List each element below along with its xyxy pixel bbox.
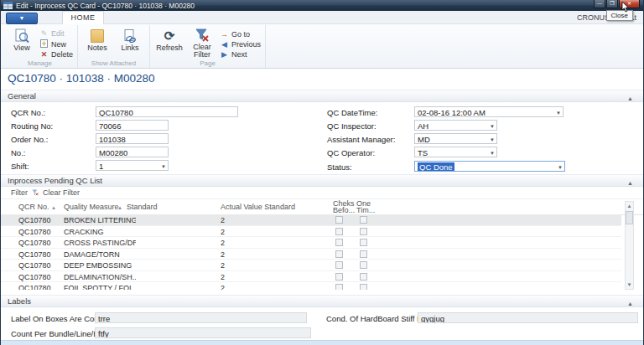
column-checks-before[interactable]: CheksBefo... [333, 200, 355, 214]
close-tooltip: Close [606, 10, 633, 21]
assistant-manager-field[interactable]: MD ▼ [414, 133, 497, 144]
minimize-button[interactable]: — [594, 0, 605, 8]
no-field[interactable]: M00280 [96, 147, 169, 157]
table-row[interactable]: QC10780 BROKEN LITTERING 2 [1, 214, 621, 226]
sort-asc-icon: ▲ [117, 205, 122, 210]
collapse-labels-icon[interactable]: ▲ [627, 298, 633, 310]
previous-button[interactable]: ◀ Previous [220, 39, 261, 49]
new-button[interactable]: New [39, 39, 73, 49]
qc-datetime-field[interactable]: 02-08-16 12:00 AM ▼ [414, 106, 564, 117]
table-row[interactable]: QC10780 DELAMINATION/SH... 2 [1, 271, 621, 283]
section-header-qc-list[interactable]: Inprocess Pending QC List ▲ [1, 174, 643, 187]
field-label-no: No.: [11, 148, 25, 157]
sort-asc-icon: ▲ [51, 205, 56, 210]
one-time-checkbox [360, 284, 367, 290]
one-time-checkbox [360, 239, 367, 246]
next-icon: ▶ [220, 50, 229, 59]
checks-before-checkbox [335, 284, 343, 290]
qc-operator-dropdown-icon[interactable]: ▼ [490, 149, 495, 157]
shift-field[interactable]: 1 ▼ [96, 160, 169, 171]
status-field[interactable]: QC Done ▼ [414, 161, 565, 172]
group-caption-manage: Manage [3, 59, 77, 67]
qc-list-rows: QC10780 BROKEN LITTERING 2 QC10780 CRACK… [1, 214, 643, 290]
goto-button[interactable]: → Go to [220, 29, 261, 39]
scrollbar-thumb[interactable] [626, 211, 633, 224]
clear-filter-list-button[interactable]: Clear Filter [43, 188, 80, 197]
scroll-down-icon[interactable]: ▼ [626, 281, 633, 289]
cond-hardboard-field[interactable]: gygjug [418, 312, 638, 323]
one-time-checkbox [360, 261, 367, 269]
new-icon [39, 39, 49, 49]
column-standard[interactable]: Standard [127, 203, 158, 211]
title-bar: Edit - Inprocess QC Card - QC10780 · 101… [1, 0, 643, 11]
one-time-checkbox [360, 273, 367, 281]
app-icon [3, 2, 13, 9]
field-label-qc-inspector: QC Inspector: [327, 121, 377, 131]
one-time-checkbox [360, 216, 367, 224]
links-button[interactable]: Links [115, 26, 145, 59]
qc-inspector-dropdown-icon[interactable]: ▼ [490, 122, 495, 131]
maximize-button[interactable]: ❐ [606, 0, 618, 8]
delete-icon: ✕ [39, 50, 49, 59]
qc-inspector-field[interactable]: AH ▼ [414, 120, 497, 131]
column-actual-value[interactable]: Actual Value Standard [221, 203, 295, 211]
table-scrollbar[interactable]: ▲ ▼ [625, 201, 634, 290]
assistant-manager-dropdown-icon[interactable]: ▼ [490, 136, 495, 144]
nav-window: Edit - Inprocess QC Card - QC10780 · 101… [0, 0, 644, 345]
field-label-qcr-no: QCR No.: [11, 108, 45, 117]
field-label-qc-datetime: QC DateTime: [327, 108, 377, 117]
field-label-routing-no: Routing No: [11, 121, 53, 131]
group-caption-show-attached: Show Attached [78, 59, 149, 67]
window-bottom-frame [1, 340, 643, 345]
field-label-assistant-manager: Assistant Manager: [327, 135, 395, 144]
qc-operator-field[interactable]: TS ▼ [414, 147, 497, 157]
refresh-button[interactable]: ⟳ Refresh [154, 26, 184, 59]
next-button[interactable]: ▶ Next [220, 49, 261, 59]
section-header-general[interactable]: General ▲ [1, 90, 643, 102]
filter-button[interactable]: Filter [11, 188, 28, 197]
collapse-general-icon[interactable]: ▲ [627, 93, 633, 105]
notes-button[interactable]: Notes [82, 26, 112, 59]
goto-icon: → [220, 30, 229, 39]
field-label-status: Status: [327, 162, 352, 172]
table-row[interactable]: QC10780 CRACKING 2 [1, 226, 621, 238]
ribbon: View ✎ Edit New ✕ Delete Manage [1, 24, 643, 69]
delete-button[interactable]: ✕ Delete [39, 50, 73, 59]
ribbon-group-manage: View ✎ Edit New ✕ Delete Manage [3, 25, 78, 68]
shift-dropdown-icon[interactable]: ▼ [161, 162, 166, 171]
checks-before-checkbox [335, 261, 343, 269]
table-row[interactable]: QC10780 CROSS PASTING/DR... 2 [1, 237, 621, 249]
section-header-labels[interactable]: Labels ▲ [1, 295, 643, 307]
group-caption-page: Page [150, 59, 265, 67]
count-per-bundle-field[interactable]: ftfy [95, 327, 311, 338]
routing-no-field[interactable]: 70066 [96, 120, 169, 131]
qc-datetime-dropdown-icon[interactable]: ▼ [556, 109, 561, 117]
page-title: QC10780 · 101038 · M00280 [8, 72, 155, 85]
field-label-order-no: Order No.: [11, 135, 48, 144]
qcr-no-field[interactable]: QC10780 [96, 106, 238, 117]
ribbon-group-show-attached: Notes Links Show Attached [78, 25, 150, 68]
field-label-shift: Shift: [11, 162, 29, 171]
column-one-time[interactable]: OneTim... [356, 200, 375, 214]
view-button[interactable]: View [7, 26, 37, 59]
column-qcr-no[interactable]: QCR No. [18, 203, 49, 211]
status-dropdown-icon[interactable]: ▼ [558, 163, 563, 172]
column-quality-measure[interactable]: Quality Measure [64, 203, 119, 211]
checks-before-checkbox [335, 228, 343, 235]
table-row[interactable]: QC10780 DAMAGE/TORN 2 [1, 249, 621, 260]
field-label-qc-operator: QC Operator: [327, 148, 375, 157]
order-no-field[interactable]: 101038 [96, 133, 169, 144]
checks-before-checkbox [335, 250, 343, 258]
view-icon [14, 28, 29, 44]
clear-filter-button[interactable]: Clear Filter [187, 26, 217, 59]
scroll-up-icon[interactable]: ▲ [626, 202, 633, 210]
one-time-checkbox [360, 250, 367, 258]
label-on-boxes-field[interactable]: trre [95, 312, 307, 323]
table-row[interactable]: QC10780 FOIL SPOTTY / FOI... 2 [1, 282, 621, 290]
app-menu-button[interactable]: ▼ [6, 13, 38, 24]
table-row[interactable]: QC10780 DEEP EMBOSSING 2 [1, 260, 621, 271]
ribbon-group-page: ⟳ Refresh Clear Filter → Go to ◀ [150, 25, 266, 68]
links-icon [123, 28, 137, 44]
tab-home[interactable]: HOME [62, 11, 104, 24]
tab-row: ▼ HOME CRONUS India Lt [1, 11, 643, 24]
